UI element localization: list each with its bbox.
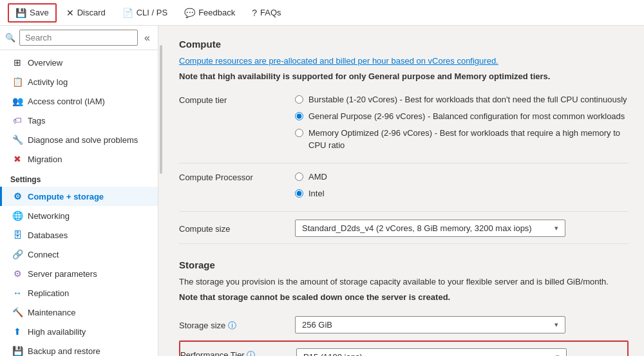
storage-section: Storage The storage you provision is the…	[179, 259, 629, 356]
storage-desc-line1: The storage you provision is the amount …	[179, 276, 629, 288]
discard-icon: ✕	[66, 8, 74, 18]
processor-amd-option[interactable]: AMD	[295, 171, 629, 183]
backup-restore-icon: 💾	[12, 346, 23, 356]
main-layout: 🔍 « ⊞ Overview 📋 Activity log 👥 Access c…	[0, 26, 644, 356]
storage-desc-line2: Note that storage cannot be scaled down …	[179, 291, 629, 304]
compute-tier-options: Burstable (1-20 vCores) - Best for workl…	[295, 94, 629, 156]
toolbar: 💾 Save ✕ Discard 📄 CLI / PS 💬 Feedback ?…	[0, 0, 644, 26]
compute-processor-label: Compute Processor	[179, 171, 295, 182]
compute-section-title: Compute	[179, 39, 629, 50]
sidebar-item-diagnose[interactable]: 🔧 Diagnose and solve problems	[0, 130, 158, 149]
replication-icon: ↔	[12, 288, 23, 298]
feedback-icon: 💬	[184, 8, 195, 18]
tier-memory-optimized-option[interactable]: Memory Optimized (2-96 vCores) - Best fo…	[295, 127, 629, 151]
sidebar-item-activity-log[interactable]: 📋 Activity log	[0, 72, 158, 91]
search-input[interactable]	[19, 30, 138, 46]
cli-icon: 📄	[122, 8, 133, 18]
performance-tier-info-icon[interactable]: ⓘ	[247, 350, 255, 356]
networking-icon: 🌐	[12, 211, 23, 221]
sidebar-item-server-parameters[interactable]: ⚙ Server parameters	[0, 264, 158, 283]
sidebar-item-maintenance[interactable]: 🔨 Maintenance	[0, 303, 158, 322]
sidebar-item-databases[interactable]: 🗄 Databases	[0, 225, 158, 245]
storage-size-row: Storage size ⓘ 256 GiB ▾	[179, 308, 629, 341]
storage-size-dropdown-arrow: ▾	[554, 321, 558, 329]
high-availability-icon: ⬆	[12, 326, 23, 337]
sidebar-item-replication[interactable]: ↔ Replication	[0, 283, 158, 303]
sidebar-item-networking[interactable]: 🌐 Networking	[0, 206, 158, 225]
performance-tier-dropdown-arrow: ▾	[556, 353, 560, 356]
compute-processor-row: Compute Processor AMD Intel	[179, 164, 629, 212]
compute-size-dropdown[interactable]: Standard_D2ds_v4 (2 vCores, 8 GiB memory…	[295, 220, 565, 237]
compute-desc-line1: Compute resources are pre-allocated and …	[179, 55, 629, 68]
save-icon: 💾	[15, 8, 26, 18]
performance-tier-row: Performance Tier ⓘ P15 (1100 iops) ▾	[180, 342, 627, 356]
content-area: Compute Compute resources are pre-alloca…	[164, 26, 644, 356]
activity-log-icon: 📋	[12, 77, 23, 87]
faqs-button[interactable]: ? FAQs	[245, 4, 288, 22]
sidebar-item-access-control[interactable]: 👥 Access control (IAM)	[0, 91, 158, 111]
feedback-button[interactable]: 💬 Feedback	[177, 4, 242, 22]
compute-desc-line2: Note that high availability is supported…	[179, 70, 629, 83]
sidebar-scrollbar	[158, 26, 164, 356]
sidebar-nav: ⊞ Overview 📋 Activity log 👥 Access contr…	[0, 50, 158, 356]
processor-intel-option[interactable]: Intel	[295, 188, 629, 200]
cli-ps-button[interactable]: 📄 CLI / PS	[115, 4, 175, 22]
sidebar-item-compute-storage[interactable]: ⚙ Compute + storage	[0, 187, 158, 206]
server-parameters-icon: ⚙	[12, 268, 23, 279]
compute-storage-icon: ⚙	[12, 191, 23, 201]
faqs-icon: ?	[252, 8, 257, 18]
compute-tier-row: Compute tier Burstable (1-20 vCores) - B…	[179, 85, 629, 164]
iam-icon: 👥	[12, 96, 23, 106]
sidebar-item-migration[interactable]: ✖ Migration	[0, 149, 158, 169]
overview-icon: ⊞	[12, 57, 23, 68]
diagnose-icon: 🔧	[12, 135, 23, 145]
sidebar-item-overview[interactable]: ⊞ Overview	[0, 53, 158, 72]
compute-section: Compute Compute resources are pre-alloca…	[179, 39, 629, 244]
discard-button[interactable]: ✕ Discard	[59, 4, 113, 22]
sidebar-item-tags[interactable]: 🏷 Tags	[0, 111, 158, 130]
tier-general-purpose-option[interactable]: General Purpose (2-96 vCores) - Balanced…	[295, 111, 629, 122]
performance-tier-dropdown[interactable]: P15 (1100 iops) ▾	[296, 348, 567, 356]
sidebar: 🔍 « ⊞ Overview 📋 Activity log 👥 Access c…	[0, 26, 158, 356]
compute-size-control: Standard_D2ds_v4 (2 vCores, 8 GiB memory…	[295, 220, 629, 237]
compute-size-label: Compute size	[179, 223, 295, 234]
sidebar-item-connect[interactable]: 🔗 Connect	[0, 245, 158, 264]
settings-section-label: Settings	[0, 169, 158, 187]
tier-burstable-option[interactable]: Burstable (1-20 vCores) - Best for workl…	[295, 94, 629, 106]
sidebar-item-backup-restore[interactable]: 💾 Backup and restore	[0, 341, 158, 356]
storage-size-control: 256 GiB ▾	[295, 316, 629, 333]
compute-processor-options: AMD Intel	[295, 171, 629, 205]
storage-section-title: Storage	[179, 259, 629, 270]
sidebar-search-bar: 🔍 «	[0, 26, 158, 50]
performance-tier-control: P15 (1100 iops) ▾	[296, 348, 627, 356]
storage-size-dropdown[interactable]: 256 GiB ▾	[295, 316, 565, 333]
maintenance-icon: 🔨	[12, 307, 23, 317]
compute-size-row: Compute size Standard_D2ds_v4 (2 vCores,…	[179, 212, 629, 244]
compute-size-dropdown-arrow: ▾	[554, 224, 558, 232]
tags-icon: 🏷	[12, 115, 23, 126]
storage-size-label: Storage size ⓘ	[179, 319, 295, 332]
migration-icon: ✖	[12, 154, 23, 164]
performance-tier-container: Performance Tier ⓘ P15 (1100 iops) ▾	[179, 341, 629, 356]
sidebar-collapse-button[interactable]: «	[142, 31, 153, 45]
databases-icon: 🗄	[12, 230, 23, 240]
storage-size-info-icon[interactable]: ⓘ	[228, 321, 236, 330]
save-button[interactable]: 💾 Save	[8, 3, 57, 23]
connect-icon: 🔗	[12, 249, 23, 259]
search-icon: 🔍	[5, 33, 15, 42]
compute-tier-label: Compute tier	[179, 94, 295, 105]
performance-tier-label: Performance Tier ⓘ	[180, 348, 296, 356]
sidebar-item-high-availability[interactable]: ⬆ High availability	[0, 322, 158, 341]
